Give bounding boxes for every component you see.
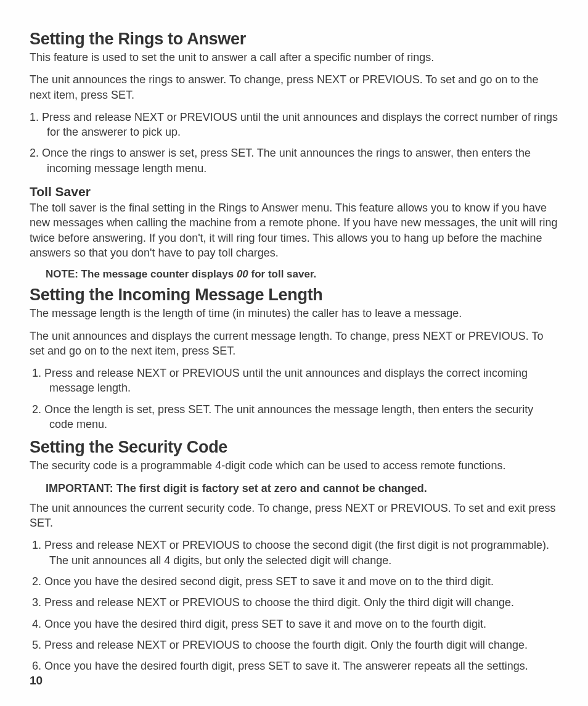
important-note: IMPORTANT: The first digit is factory se… — [30, 481, 558, 496]
list-item: 1. Press and release NEXT or PREVIOUS to… — [30, 538, 558, 568]
heading-message-length: Setting the Incoming Message Length — [30, 285, 558, 305]
subheading-toll-saver: Toll Saver — [30, 184, 558, 199]
paragraph: The toll saver is the final setting in t… — [30, 200, 558, 260]
section-rings-to-answer: Setting the Rings to Answer This feature… — [30, 30, 558, 282]
page-number: 10 — [30, 674, 43, 688]
steps-list: 1. Press and release NEXT or PREVIOUS un… — [30, 110, 558, 176]
list-item: 1. Press and release NEXT or PREVIOUS un… — [30, 366, 558, 396]
paragraph: The security code is a programmable 4-di… — [30, 458, 558, 473]
note-toll-saver: NOTE: The message counter displays 00 fo… — [30, 268, 558, 282]
list-item: 5. Press and release NEXT or PREVIOUS to… — [30, 638, 558, 652]
steps-list: 1. Press and release NEXT or PREVIOUS to… — [30, 538, 558, 673]
paragraph: The message length is the length of time… — [30, 306, 558, 321]
paragraph: The unit announces the rings to answer. … — [30, 72, 558, 102]
list-item: 6. Once you have the desired fourth digi… — [30, 659, 558, 673]
list-item: 3. Press and release NEXT or PREVIOUS to… — [30, 595, 558, 610]
paragraph: The unit announces and displays the curr… — [30, 329, 558, 359]
list-item: 2. Once the rings to answer is set, pres… — [30, 146, 558, 176]
paragraph: This feature is used to set the unit to … — [30, 50, 558, 65]
list-item: 2. Once the length is set, press SET. Th… — [30, 402, 558, 432]
list-item: 1. Press and release NEXT or PREVIOUS un… — [30, 110, 558, 140]
list-item: 4. Once you have the desired third digit… — [30, 617, 558, 631]
heading-security-code: Setting the Security Code — [30, 438, 558, 457]
heading-rings-to-answer: Setting the Rings to Answer — [30, 30, 558, 49]
section-security-code: Setting the Security Code The security c… — [30, 438, 558, 673]
list-item: 2. Once you have the desired second digi… — [30, 574, 558, 589]
paragraph: The unit announces the current security … — [30, 501, 558, 531]
section-message-length: Setting the Incoming Message Length The … — [30, 285, 558, 432]
steps-list: 1. Press and release NEXT or PREVIOUS un… — [30, 366, 558, 432]
